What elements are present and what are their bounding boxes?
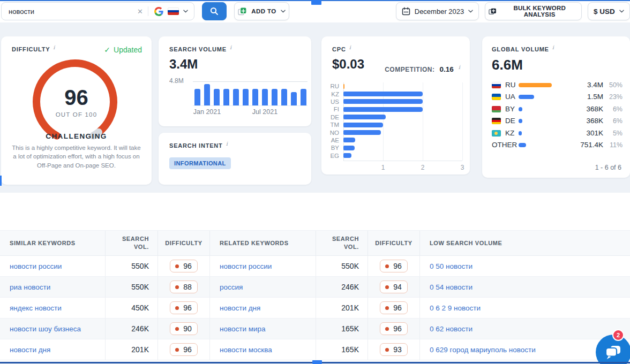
keyword-link[interactable]: новости шоу бизнеса xyxy=(10,325,81,333)
search-intent-card-title: SEARCH INTENTi xyxy=(169,142,228,149)
bar-track xyxy=(343,92,462,96)
cpc-row: EG xyxy=(329,152,462,160)
keyword-link[interactable]: новости россии xyxy=(10,262,62,270)
cpc-bar xyxy=(343,123,383,127)
difficulty-badge: 96 xyxy=(380,322,408,335)
difficulty-badge: 93 xyxy=(380,343,408,356)
keyword-link[interactable]: новости дня xyxy=(10,346,50,354)
table-cell: новости россии xyxy=(210,256,316,276)
column-header-search-vol: SEARCH VOL. xyxy=(106,231,158,255)
x-tick-label: 3 xyxy=(457,164,468,171)
kz-flag-icon xyxy=(492,130,501,136)
by-flag-icon xyxy=(492,106,501,112)
volume-bar xyxy=(272,89,278,105)
country-share: 6% xyxy=(604,117,622,125)
search-button[interactable] xyxy=(202,2,227,20)
cpc-row: AE xyxy=(329,136,462,144)
cpc-row: BY xyxy=(329,144,462,151)
date-selector-button[interactable]: December 2023 xyxy=(396,2,479,20)
country-label: AE xyxy=(329,137,343,143)
keyword-link[interactable]: яндекс новости xyxy=(10,304,62,312)
search-volume-value: 165K xyxy=(316,318,368,339)
low-volume-keyword-link[interactable]: 0 50 новости xyxy=(430,262,472,270)
info-icon[interactable]: i xyxy=(53,44,55,50)
country-label: BY xyxy=(329,145,343,151)
search-engine-country-selector[interactable] xyxy=(148,7,194,16)
search-volume-value: 201K xyxy=(106,339,158,360)
table-row: новости дня201K96новости москва165K930 6… xyxy=(0,339,630,360)
chat-widget-button[interactable] xyxy=(596,335,630,364)
info-icon[interactable]: i xyxy=(552,44,554,50)
country-code: KZ xyxy=(505,129,514,137)
bar-track xyxy=(343,84,462,89)
cpc-bar xyxy=(343,92,423,96)
cpc-card: CPCi $0.03 COMPETITION: 0.16 i 123RUKZUS… xyxy=(321,36,470,175)
table-row: риа новости550K88россия246K940 54 новост… xyxy=(0,277,630,298)
country-share: 23% xyxy=(604,93,622,101)
keyword-link[interactable]: новости россии xyxy=(220,262,272,270)
keyword-link[interactable]: новости дня xyxy=(220,304,260,312)
table-cell: 96 xyxy=(368,298,420,318)
table-body: новости россии550K96новости россии550K96… xyxy=(0,256,630,360)
difficulty-dot-icon xyxy=(385,348,389,352)
low-volume-keyword-link[interactable]: 0 6 2 9 новости xyxy=(430,304,481,312)
share-bar xyxy=(519,119,522,123)
difficulty-badge: 96 xyxy=(170,343,198,356)
currency-selector-button[interactable]: $ USD xyxy=(588,2,630,20)
difficulty-value: 96 xyxy=(183,304,192,312)
cpc-value: $0.03 xyxy=(332,57,364,72)
global-volume-row: UA1.5M23% xyxy=(492,91,622,103)
keyword-search-box[interactable]: ✕ xyxy=(1,2,194,20)
cpc-card-title: CPCi xyxy=(332,46,351,52)
cpc-rows: RUKZUSFIDETMNOAEBYEG xyxy=(329,82,462,160)
add-to-button[interactable]: ADD TO xyxy=(234,2,289,20)
difficulty-badge: 94 xyxy=(380,280,408,293)
chat-icon xyxy=(605,345,622,360)
keyword-link[interactable]: риа новости xyxy=(10,283,50,291)
difficulty-badge: 96 xyxy=(170,260,198,272)
country-label: RU xyxy=(329,83,343,89)
keyword-search-input[interactable] xyxy=(2,7,132,16)
table-cell: 90 xyxy=(158,318,210,339)
competition-indicator: COMPETITION: 0.16 i xyxy=(385,65,460,73)
low-volume-keyword-link[interactable]: 0 629 город мариуполь новости xyxy=(430,346,536,354)
table-cell: яндекс новости xyxy=(0,298,106,318)
info-icon[interactable]: i xyxy=(459,64,460,70)
cpc-bar xyxy=(343,107,423,112)
search-volume-value: 450K xyxy=(106,298,158,318)
table-cell: 96 xyxy=(368,256,420,276)
volume-bar xyxy=(301,89,306,105)
add-to-label: ADD TO xyxy=(251,8,276,14)
country-code: DE xyxy=(505,117,515,125)
difficulty-value: 88 xyxy=(183,283,192,291)
table-header-row: SIMILAR KEYWORDS SEARCH VOL. DIFFICULTY … xyxy=(0,230,630,256)
info-icon[interactable]: i xyxy=(349,44,351,50)
cpc-by-country-chart: 123RUKZUSFIDETMNOAEBYEG xyxy=(329,82,462,172)
country-code: RU xyxy=(505,81,516,89)
country-label: FI xyxy=(329,106,343,112)
keyword-link[interactable]: новости мира xyxy=(220,325,266,333)
low-volume-keyword-link[interactable]: 0 54 новости xyxy=(430,283,472,291)
volume-bar xyxy=(281,89,287,105)
share-bar xyxy=(519,143,526,147)
global-volume-value: 6.6M xyxy=(492,57,523,73)
keyword-link[interactable]: россия xyxy=(220,283,243,291)
currency-label: $ USD xyxy=(594,7,615,16)
difficulty-out-of-label: OUT OF 100 xyxy=(1,111,152,118)
competition-value: 0.16 xyxy=(440,65,454,73)
check-icon: ✓ xyxy=(104,46,110,54)
bulk-analysis-label: BULK KEYWORD ANALYSIS xyxy=(501,5,578,18)
table-cell: 96 xyxy=(158,256,210,276)
x-axis-line xyxy=(343,161,462,161)
difficulty-description: This is a highly competitive keyword. It… xyxy=(1,143,152,170)
info-icon[interactable]: i xyxy=(230,44,232,50)
info-icon[interactable]: i xyxy=(226,141,228,147)
bar-track xyxy=(343,146,462,150)
keyword-link[interactable]: новости москва xyxy=(220,346,272,354)
clear-search-icon[interactable]: ✕ xyxy=(132,7,148,16)
table-cell: 93 xyxy=(368,339,420,360)
bulk-keyword-analysis-button[interactable]: BULK KEYWORD ANALYSIS xyxy=(485,2,582,20)
country-volume: 1.5M xyxy=(571,93,603,101)
difficulty-value: 96 xyxy=(393,304,402,312)
low-volume-keyword-link[interactable]: 0 62 новости xyxy=(430,325,472,333)
